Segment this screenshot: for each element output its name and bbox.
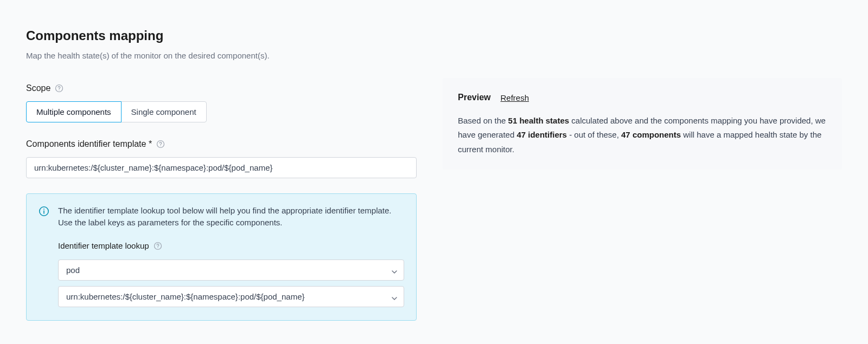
identifier-template-input[interactable]: [26, 157, 417, 178]
scope-label-row: Scope: [26, 82, 417, 95]
preview-body: Based on the 51 health states calculated…: [458, 114, 827, 157]
page-subtitle: Map the health state(s) of the monitor o…: [26, 50, 417, 62]
preview-panel: Preview Refresh Based on the 51 health s…: [443, 78, 842, 170]
lookup-select-type-wrap: pod: [58, 259, 404, 281]
info-icon: [39, 206, 49, 217]
preview-header: Preview Refresh: [458, 91, 827, 104]
help-icon[interactable]: [55, 84, 63, 93]
preview-section: Preview Refresh Based on the 51 health s…: [443, 78, 842, 170]
scope-option-multiple[interactable]: Multiple components: [26, 101, 122, 122]
help-icon[interactable]: [154, 242, 162, 250]
identifier-template-label: Components identifier template *: [26, 138, 152, 151]
components-count: 47 components: [621, 130, 681, 139]
lookup-label-row: Identifier template lookup: [58, 240, 404, 252]
scope-label: Scope: [26, 82, 50, 95]
svg-point-1: [59, 89, 60, 90]
lookup-select-template-wrap: urn:kubernetes:/${cluster_name}:${namesp…: [58, 286, 404, 307]
lookup-select-template[interactable]: urn:kubernetes:/${cluster_name}:${namesp…: [58, 286, 404, 307]
info-content: The identifier template lookup tool belo…: [58, 205, 404, 308]
lookup-select-type[interactable]: pod: [58, 259, 404, 281]
preview-title: Preview: [458, 91, 490, 104]
health-states-count: 51 health states: [508, 116, 570, 125]
lookup-label: Identifier template lookup: [58, 240, 149, 252]
identifiers-count: 47 identifiers: [516, 130, 567, 139]
page-container: Components mapping Map the health state(…: [0, 0, 868, 344]
scope-option-single[interactable]: Single component: [121, 101, 207, 122]
svg-point-8: [157, 247, 158, 248]
left-column: Components mapping Map the health state(…: [26, 26, 417, 321]
page-title: Components mapping: [26, 26, 417, 46]
right-column: Preview Refresh Based on the 51 health s…: [443, 26, 842, 321]
scope-toggle-group: Multiple components Single component: [26, 101, 207, 122]
info-text: The identifier template lookup tool belo…: [58, 205, 404, 229]
refresh-link[interactable]: Refresh: [500, 93, 529, 102]
info-box: The identifier template lookup tool belo…: [26, 193, 417, 321]
help-icon[interactable]: [156, 140, 165, 148]
identifier-template-label-row: Components identifier template *: [26, 138, 417, 151]
svg-point-6: [43, 209, 44, 210]
svg-point-3: [161, 145, 161, 146]
